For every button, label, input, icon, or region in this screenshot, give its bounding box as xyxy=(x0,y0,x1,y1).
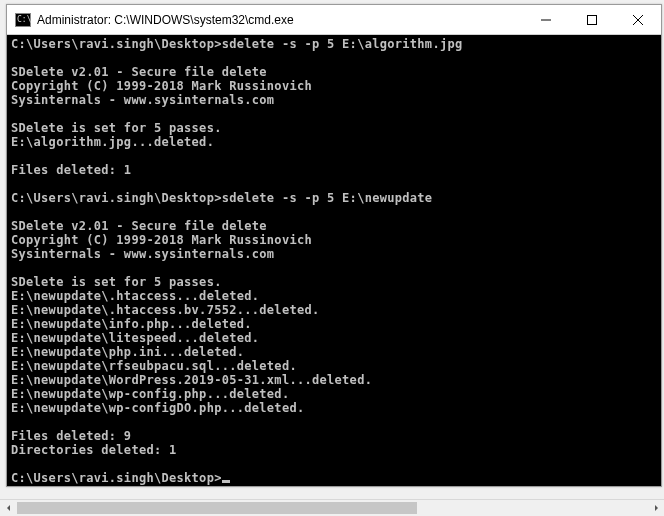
close-button[interactable] xyxy=(615,5,661,34)
terminal-text: C:\Users\ravi.singh\Desktop>sdelete -s -… xyxy=(11,37,462,485)
cmd-icon: C:\ xyxy=(15,13,31,27)
minimize-button[interactable] xyxy=(523,5,569,34)
cmd-window: C:\ Administrator: C:\WINDOWS\system32\c… xyxy=(6,4,662,487)
svg-marker-5 xyxy=(655,505,658,511)
titlebar[interactable]: C:\ Administrator: C:\WINDOWS\system32\c… xyxy=(7,5,661,35)
scroll-track[interactable] xyxy=(17,500,647,516)
horizontal-scrollbar[interactable] xyxy=(0,499,664,516)
cursor xyxy=(222,480,230,483)
scroll-thumb[interactable] xyxy=(17,502,417,514)
window-title: Administrator: C:\WINDOWS\system32\cmd.e… xyxy=(37,13,523,27)
window-controls xyxy=(523,5,661,34)
maximize-button[interactable] xyxy=(569,5,615,34)
svg-rect-1 xyxy=(588,15,597,24)
terminal-output[interactable]: C:\Users\ravi.singh\Desktop>sdelete -s -… xyxy=(7,35,661,486)
scroll-left-arrow[interactable] xyxy=(0,500,17,516)
scroll-right-arrow[interactable] xyxy=(647,500,664,516)
svg-marker-4 xyxy=(7,505,10,511)
